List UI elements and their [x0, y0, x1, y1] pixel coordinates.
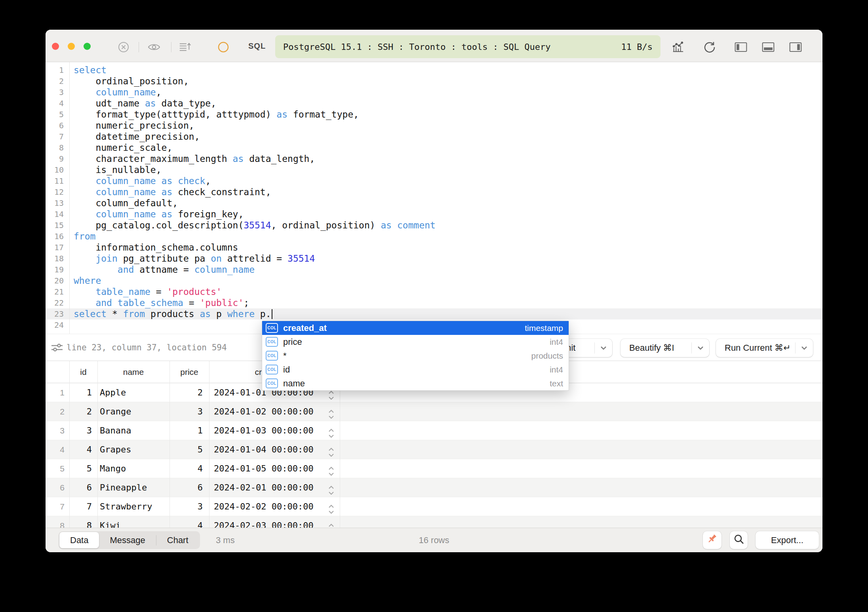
line-number: 16 — [46, 231, 64, 242]
table-row[interactable]: 77Strawberry32024-02-02 00:00:00 — [46, 497, 822, 516]
autocomplete-item-id[interactable]: COLidint4 — [262, 363, 569, 376]
code-segment: column_default, — [74, 198, 178, 208]
cell-id: 2 — [72, 402, 92, 421]
line-number: 21 — [46, 286, 64, 297]
code-segment: 'public' — [200, 298, 244, 308]
line-number: 23 — [46, 308, 64, 319]
code-segment: , — [205, 176, 211, 186]
code-line-14[interactable]: 14 column_name as foreign_key, — [46, 209, 822, 220]
date-stepper-icon[interactable] — [327, 521, 335, 528]
cell-name: Pineapple — [100, 478, 147, 497]
line-number: 9 — [46, 153, 64, 164]
code-line-10[interactable]: 10 is_nullable, — [46, 164, 822, 175]
autocomplete-popup: COLcreated_attimestampCOLpriceint4COL*pr… — [262, 321, 569, 391]
run-current-button[interactable]: Run Current ⌘↵ — [716, 339, 813, 357]
code-segment: 35514 — [287, 253, 315, 264]
code-line-13[interactable]: 13 column_default, — [46, 198, 822, 209]
cell-id: 3 — [72, 421, 92, 440]
cell-id: 1 — [72, 383, 92, 402]
code-line-20[interactable]: 20where — [46, 275, 822, 286]
row-number: 6 — [46, 478, 65, 497]
code-line-4[interactable]: 4 udt_name as data_type, — [46, 98, 822, 109]
table-row[interactable]: 22Orange32024-01-02 00:00:00 — [46, 402, 822, 421]
code-line-1[interactable]: 1select — [46, 65, 822, 76]
code-line-18[interactable]: 18 join pg_attribute pa on attrelid = 35… — [46, 253, 822, 264]
cell-id: 8 — [72, 516, 92, 528]
code-line-17[interactable]: 17 information_schema.columns — [46, 242, 822, 253]
code-line-7[interactable]: 7 datetime_precision, — [46, 131, 822, 142]
code-line-3[interactable]: 3 column_name, — [46, 87, 822, 98]
search-results-button[interactable] — [730, 531, 748, 549]
sql-editor[interactable]: 1select2 ordinal_position,3 column_name,… — [46, 62, 822, 334]
table-row[interactable]: 66Pineapple62024-02-01 00:00:00 — [46, 478, 822, 497]
close-window-button[interactable] — [52, 43, 59, 50]
query-log-icon[interactable] — [179, 41, 191, 53]
beautify-button[interactable]: Beautify ⌘I — [621, 339, 709, 357]
preview-eye-icon[interactable] — [148, 41, 160, 53]
pin-result-button[interactable] — [703, 531, 721, 549]
code-segment: as — [162, 187, 173, 197]
table-row[interactable]: 55Mango42024-01-05 00:00:00 — [46, 459, 822, 478]
line-number: 11 — [46, 175, 64, 186]
code-segment: as — [276, 109, 287, 120]
autocomplete-item-price[interactable]: COLpriceint4 — [262, 335, 569, 349]
zoom-window-button[interactable] — [84, 43, 91, 50]
column-badge-icon: COL — [266, 351, 278, 361]
cell-price: 2 — [172, 383, 203, 402]
code-line-11[interactable]: 11 column_name as check, — [46, 175, 822, 186]
refresh-icon[interactable] — [703, 41, 716, 53]
code-line-15[interactable]: 15 pg_catalog.col_description(35514, ord… — [46, 220, 822, 231]
autocomplete-item-created_at[interactable]: COLcreated_attimestamp — [262, 321, 569, 335]
toggle-left-panel-icon[interactable] — [735, 41, 747, 53]
titlebar: SQL PostgreSQL 15.1 : SSH : Toronto : to… — [46, 30, 822, 62]
code-line-6[interactable]: 6 numeric_precision, — [46, 120, 822, 131]
cell-price: 3 — [172, 402, 203, 421]
code-segment — [74, 264, 118, 275]
minimize-window-button[interactable] — [68, 43, 75, 50]
close-tab-icon[interactable] — [117, 41, 130, 53]
code-line-16[interactable]: 16from — [46, 231, 822, 242]
code-line-8[interactable]: 8 numeric_scale, — [46, 142, 822, 153]
suggestion-name: name — [283, 378, 305, 389]
cell-name: Strawberry — [100, 497, 152, 516]
beautify-dropdown[interactable] — [691, 342, 709, 354]
cell-price: 4 — [172, 516, 203, 528]
table-row[interactable]: 88Kiwi42024-02-03 00:00:00 — [46, 516, 822, 528]
code-line-5[interactable]: 5 format_type(atttypid, atttypmod) as fo… — [46, 109, 822, 120]
code-line-12[interactable]: 12 column_name as check_constraint, — [46, 186, 822, 198]
code-segment: udt_name — [74, 98, 145, 108]
editor-settings-icon[interactable] — [51, 341, 63, 355]
code-line-9[interactable]: 9 character_maximum_length as data_lengt… — [46, 153, 822, 164]
code-segment — [156, 187, 162, 197]
connection-status-icon[interactable] — [217, 41, 230, 53]
table-row[interactable]: 33Banana12024-01-03 00:00:00 — [46, 421, 822, 440]
column-header-id[interactable]: id — [69, 361, 97, 383]
autocomplete-item-star[interactable]: COL*products — [262, 349, 569, 363]
code-line-19[interactable]: 19 and attname = column_name — [46, 264, 822, 275]
code-line-22[interactable]: 22 and table_schema = 'public'; — [46, 297, 822, 308]
code-line-2[interactable]: 2 ordinal_position, — [46, 76, 822, 87]
toggle-bottom-panel-icon[interactable] — [762, 41, 775, 53]
line-number: 22 — [46, 297, 64, 308]
column-header-price[interactable]: price — [169, 361, 209, 383]
autocomplete-item-name[interactable]: COLnametext — [262, 376, 569, 390]
column-badge-icon: COL — [266, 378, 278, 388]
column-header-name[interactable]: name — [97, 361, 169, 383]
chart-stats-icon[interactable] — [672, 41, 684, 53]
results-rows: 11Apple22024-01-01 00:00:0022Orange32024… — [46, 383, 822, 528]
code-line-23[interactable]: 23select * from products as p where p. — [46, 308, 822, 319]
run-dropdown[interactable] — [795, 342, 813, 354]
toggle-right-panel-icon[interactable] — [789, 41, 802, 53]
run-current-button-label: Run Current ⌘↵ — [716, 343, 790, 353]
code-segment: foreign_key, — [172, 209, 244, 219]
export-button[interactable]: Export... — [756, 531, 819, 549]
code-segment: attname = — [134, 264, 194, 275]
cell-id: 4 — [72, 440, 92, 459]
code-segment: from — [123, 309, 145, 319]
limit-dropdown[interactable] — [594, 342, 612, 354]
table-row[interactable]: 44Grapes52024-01-04 00:00:00 — [46, 440, 822, 459]
code-segment: numeric_precision, — [74, 120, 194, 131]
code-segment: = — [150, 287, 167, 297]
network-throughput: 11 B/s — [621, 42, 653, 52]
code-line-21[interactable]: 21 table_name = 'products' — [46, 286, 822, 297]
